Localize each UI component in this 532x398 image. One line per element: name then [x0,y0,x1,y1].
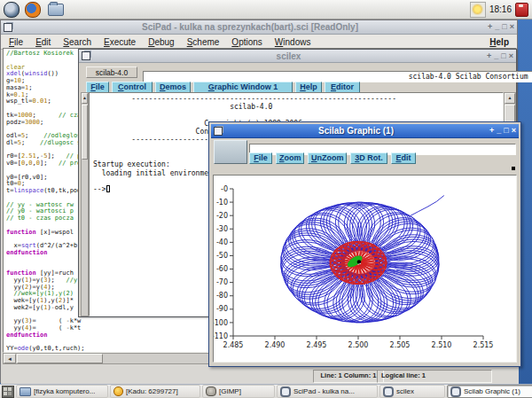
show-desktop-icon[interactable] [2,386,14,398]
clock[interactable]: 18:16 [486,4,515,14]
y-tick-label: -90 [216,305,228,313]
graphic-button-3d-rot-[interactable]: 3D Rot. [350,152,387,164]
klipper-icon[interactable] [515,3,528,17]
taskbar: [fizyka komputero...[Kadu: 6299727][GIMP… [0,384,532,398]
brightness-icon[interactable] [470,2,486,18]
scroll-up-icon[interactable]: ▲ [82,93,88,104]
scilex-window-title: scilex [93,51,484,61]
minimize-button[interactable]: _ [494,52,498,60]
scipad-window-buttons[interactable]: +_□× [488,23,514,31]
graphic-button-zoom[interactable]: Zoom [276,152,304,164]
status-logical-line: Logical line: 1 [377,370,492,383]
menu-windows[interactable]: Windows [269,37,317,47]
y-tick-label: -100 [214,319,228,327]
plot-canvas: -0-10-20-30-40-50-60-70-80-90-100-1102.4… [213,175,517,363]
menu-execute[interactable]: Execute [98,37,142,47]
window-cube-icon [82,51,90,60]
graphic-button-file[interactable]: File [249,152,272,164]
folder-icon [20,387,31,396]
scipad-window-title: SciPad - kulka na sprezynkach(bart).sci … [15,22,485,32]
close-button[interactable]: × [509,52,513,60]
start-tail [411,196,444,216]
scipad-statusbar: Line: 1 Column: 1 Logical line: 1 [1,364,519,384]
taskbar-item-scipad-kulka-na-[interactable]: SciPad - kulka na... [277,385,378,398]
graphic-button-unzoom[interactable]: UnZoom [308,152,347,164]
scilex-window-buttons[interactable]: +_□× [487,52,513,60]
y-tick-label: -10 [216,199,228,207]
graphic-titlebar[interactable]: Scilab Graphic (1) +_□× [211,124,519,138]
taskbar-items: [fizyka komputero...[Kadu: 6299727][GIMP… [16,385,532,398]
y-tick-label: -80 [216,292,228,300]
x-tick-label: 2.510 [432,341,452,349]
scilex-titlebar[interactable]: scilex +_□× [79,50,516,63]
taskbar-item-label: [fizyka komputero... [34,387,95,395]
scilab-version-label: scilab-4.0 [86,66,137,78]
y-tick-label: -60 [216,265,228,273]
menu-options[interactable]: Options [225,37,268,47]
taskbar-item-label: Scilab Graphic (1) [464,387,520,395]
taskbar-item-label: [Kadu: 6299727] [126,387,178,395]
firefox-icon[interactable] [25,2,41,18]
menu-edit[interactable]: Edit [29,37,57,47]
menu-debug[interactable]: Debug [142,37,180,47]
desktop: SciPad - kulka na sprezynkach(bart).sci … [0,0,532,398]
trajectory-plot: -0-10-20-30-40-50-60-70-80-90-100-1102.4… [214,176,518,363]
menu-file[interactable]: File [3,37,29,47]
taskbar-item-label: [GIMP] [219,387,241,395]
taskbar-item-label: scilex [396,387,414,395]
graphic-entry-wrap [249,139,516,151]
graphic-window-buttons[interactable]: +_□× [489,127,516,135]
scilab-info-entry-wrap [143,66,532,78]
scroll-left-icon[interactable]: ◄ [4,354,16,363]
minimize-button[interactable]: _ [495,23,499,31]
graphic-button-edit[interactable]: Edit [391,152,416,164]
sticky-button[interactable]: + [489,127,494,135]
x-tick-label: 2.515 [473,341,494,349]
kadu-icon [113,386,123,396]
resize-grip[interactable] [512,167,515,170]
scipad-titlebar[interactable]: SciPad - kulka na sprezynkach(bart).sci … [1,20,517,35]
y-tick-label: -50 [216,252,228,260]
taskbar-item-scilab-graphic-1-[interactable]: Scilab Graphic (1) [447,385,532,398]
sticky-button[interactable]: + [487,52,491,60]
taskbar-item-scilex[interactable]: scilex [379,385,445,398]
file-manager-icon[interactable] [48,4,64,16]
menu-scheme[interactable]: Scheme [181,37,226,47]
taskbar-item--kadu-6299727-[interactable]: [Kadu: 6299727] [110,385,200,398]
taskbar-item-label: SciPad - kulka na... [293,387,355,395]
taskbar-item--gimp-[interactable]: [GIMP] [202,385,275,398]
graphic-window-title: Scilab Graphic (1) [225,126,487,136]
maximize-button[interactable]: □ [502,23,506,31]
maximize-button[interactable]: □ [504,127,508,135]
close-button[interactable]: × [512,127,516,135]
scipad-menus: FileEditSearchExecuteDebugSchemeOptionsW… [3,37,317,47]
graphic-blank-button[interactable] [214,140,247,164]
menu-help[interactable]: Help [483,37,515,47]
y-tick-label: -110 [214,332,228,340]
scilab-icon [450,386,461,397]
x-tick-label: 2.500 [348,341,369,349]
console-left-scrollbar[interactable]: ▲ [81,92,89,316]
x-tick-label: 2.505 [390,341,411,349]
scroll-up-icon[interactable]: ▲ [505,93,515,104]
maximize-button[interactable]: □ [501,52,505,60]
center-point [357,260,361,263]
taskbar-item--fizyka-komputero-[interactable]: [fizyka komputero... [16,385,108,398]
hscroll-thumb[interactable] [17,354,103,363]
y-tick-label: -30 [216,225,228,233]
x-tick-label: 2.485 [223,341,244,349]
close-button[interactable]: × [510,23,514,31]
sun-icon [473,5,481,13]
scilab-graphic-window: Scilab Graphic (1) +_□× FileZoomUnZoom3D… [208,121,521,367]
kde-menu-icon[interactable] [4,2,20,18]
x-tick-label: 2.495 [307,341,327,349]
console-cursor [106,185,110,192]
y-tick-label: -0 [221,185,228,193]
vscroll-thumb[interactable] [82,105,88,160]
x-tick-label: 2.490 [265,341,286,349]
menu-search[interactable]: Search [57,37,98,47]
minimize-button[interactable]: _ [497,127,501,135]
gimp-icon [206,386,216,396]
graphic-toolbar: FileZoomUnZoom3D Rot.Edit [249,152,416,164]
sticky-button[interactable]: + [488,23,492,31]
